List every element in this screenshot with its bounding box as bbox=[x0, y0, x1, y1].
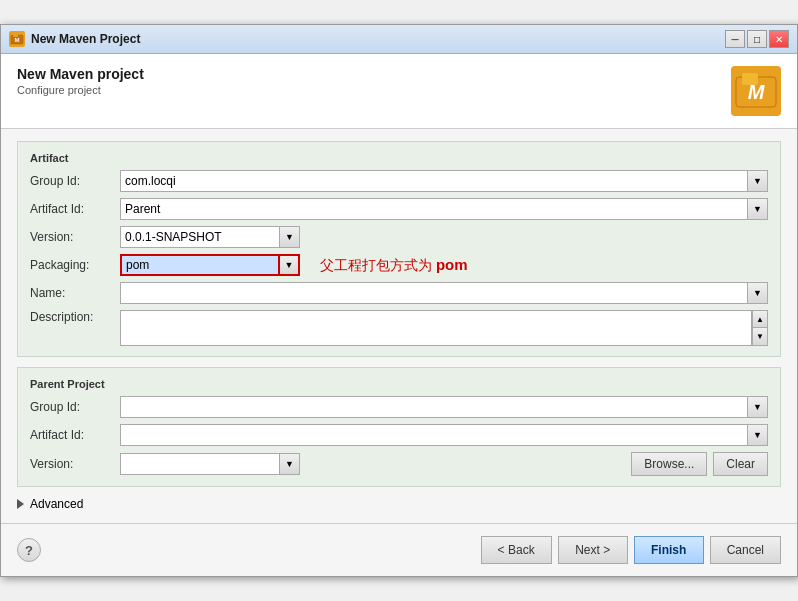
parent-version-input[interactable] bbox=[120, 453, 280, 475]
browse-button[interactable]: Browse... bbox=[631, 452, 707, 476]
advanced-label: Advanced bbox=[30, 497, 83, 511]
page-title: New Maven project bbox=[17, 66, 144, 82]
footer-buttons: < Back Next > Finish Cancel bbox=[481, 536, 781, 564]
content: Artifact Group Id: ▼ Artifact Id: ▼ Vers… bbox=[1, 129, 797, 523]
advanced-triangle-icon bbox=[17, 499, 24, 509]
parent-group-id-row: Group Id: ▼ bbox=[30, 396, 768, 418]
artifact-id-row: Artifact Id: ▼ bbox=[30, 198, 768, 220]
parent-group-id-input[interactable] bbox=[120, 396, 748, 418]
parent-section: Parent Project Group Id: ▼ Artifact Id: … bbox=[17, 367, 781, 487]
description-scroll-up[interactable]: ▲ bbox=[752, 310, 768, 328]
packaging-note: 父工程打包方式为 pom bbox=[320, 256, 468, 275]
parent-artifact-id-row: Artifact Id: ▼ bbox=[30, 424, 768, 446]
packaging-row: Packaging: ▼ 父工程打包方式为 pom bbox=[30, 254, 768, 276]
version-input[interactable] bbox=[120, 226, 280, 248]
parent-version-actions: Browse... Clear bbox=[631, 452, 768, 476]
packaging-note-text: 父工程打包方式为 bbox=[320, 257, 436, 273]
version-row: Version: ▼ bbox=[30, 226, 768, 248]
group-id-input[interactable] bbox=[120, 170, 748, 192]
name-dropdown[interactable]: ▼ bbox=[748, 282, 768, 304]
window: M New Maven Project ─ □ ✕ New Maven proj… bbox=[0, 24, 798, 577]
finish-button[interactable]: Finish bbox=[634, 536, 704, 564]
parent-version-label: Version: bbox=[30, 457, 120, 471]
header-text: New Maven project Configure project bbox=[17, 66, 144, 96]
parent-version-dropdown[interactable]: ▼ bbox=[280, 453, 300, 475]
parent-group-id-dropdown[interactable]: ▼ bbox=[748, 396, 768, 418]
artifact-id-input[interactable] bbox=[120, 198, 748, 220]
window-icon: M bbox=[9, 31, 25, 47]
close-button[interactable]: ✕ bbox=[769, 30, 789, 48]
packaging-pom-highlight: pom bbox=[436, 256, 468, 273]
version-field-container: ▼ bbox=[120, 226, 300, 248]
group-id-field-container: ▼ bbox=[120, 170, 768, 192]
description-scroll-down[interactable]: ▼ bbox=[752, 328, 768, 346]
parent-version-row: Version: ▼ Browse... Clear bbox=[30, 452, 768, 476]
description-label: Description: bbox=[30, 310, 120, 324]
next-button[interactable]: Next > bbox=[558, 536, 628, 564]
parent-section-label: Parent Project bbox=[30, 378, 768, 390]
name-input[interactable] bbox=[120, 282, 748, 304]
name-row: Name: ▼ bbox=[30, 282, 768, 304]
parent-group-id-label: Group Id: bbox=[30, 400, 120, 414]
help-button[interactable]: ? bbox=[17, 538, 41, 562]
footer: ? < Back Next > Finish Cancel bbox=[1, 523, 797, 576]
version-dropdown[interactable]: ▼ bbox=[280, 226, 300, 248]
artifact-id-field-container: ▼ bbox=[120, 198, 768, 220]
parent-version-container: ▼ bbox=[120, 453, 300, 475]
parent-artifact-id-dropdown[interactable]: ▼ bbox=[748, 424, 768, 446]
window-controls: ─ □ ✕ bbox=[725, 30, 789, 48]
artifact-id-dropdown[interactable]: ▼ bbox=[748, 198, 768, 220]
cancel-button[interactable]: Cancel bbox=[710, 536, 781, 564]
footer-left: ? bbox=[17, 538, 41, 562]
artifact-id-label: Artifact Id: bbox=[30, 202, 120, 216]
artifact-section-label: Artifact bbox=[30, 152, 768, 164]
maximize-button[interactable]: □ bbox=[747, 30, 767, 48]
svg-text:M: M bbox=[748, 81, 766, 103]
window-title: New Maven Project bbox=[31, 32, 140, 46]
description-row: Description: ▲ ▼ bbox=[30, 310, 768, 346]
version-label: Version: bbox=[30, 230, 120, 244]
parent-artifact-id-input[interactable] bbox=[120, 424, 748, 446]
packaging-dropdown[interactable]: ▼ bbox=[280, 254, 300, 276]
parent-artifact-id-container: ▼ bbox=[120, 424, 768, 446]
svg-text:M: M bbox=[15, 37, 20, 43]
minimize-button[interactable]: ─ bbox=[725, 30, 745, 48]
header-logo: M bbox=[731, 66, 781, 116]
back-button[interactable]: < Back bbox=[481, 536, 552, 564]
description-field-container: ▲ ▼ bbox=[120, 310, 768, 346]
advanced-row[interactable]: Advanced bbox=[17, 497, 781, 511]
header-section: New Maven project Configure project M bbox=[1, 54, 797, 129]
page-subtitle: Configure project bbox=[17, 84, 144, 96]
packaging-input[interactable] bbox=[120, 254, 280, 276]
name-field-container: ▼ bbox=[120, 282, 768, 304]
description-input[interactable] bbox=[120, 310, 752, 346]
title-bar: M New Maven Project ─ □ ✕ bbox=[1, 25, 797, 54]
packaging-field-container: ▼ bbox=[120, 254, 300, 276]
packaging-label: Packaging: bbox=[30, 258, 120, 272]
group-id-row: Group Id: ▼ bbox=[30, 170, 768, 192]
title-bar-left: M New Maven Project bbox=[9, 31, 140, 47]
parent-artifact-id-label: Artifact Id: bbox=[30, 428, 120, 442]
group-id-dropdown[interactable]: ▼ bbox=[748, 170, 768, 192]
parent-group-id-container: ▼ bbox=[120, 396, 768, 418]
group-id-label: Group Id: bbox=[30, 174, 120, 188]
clear-button[interactable]: Clear bbox=[713, 452, 768, 476]
artifact-section: Artifact Group Id: ▼ Artifact Id: ▼ Vers… bbox=[17, 141, 781, 357]
name-label: Name: bbox=[30, 286, 120, 300]
